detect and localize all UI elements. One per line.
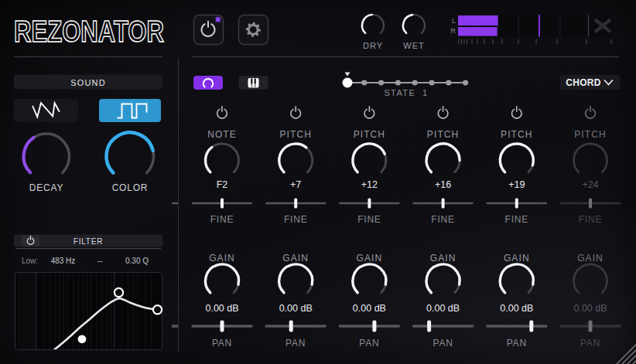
svg-text:PAN: PAN bbox=[433, 338, 453, 349]
svg-text:PAN: PAN bbox=[286, 338, 306, 349]
svg-text:+16: +16 bbox=[435, 179, 451, 190]
svg-text:+12: +12 bbox=[361, 179, 378, 190]
svg-text:0.00 dB: 0.00 dB bbox=[205, 303, 238, 314]
svg-text:GAIN: GAIN bbox=[282, 253, 309, 264]
svg-text:FINE: FINE bbox=[505, 214, 529, 225]
svg-text:PAN: PAN bbox=[507, 338, 527, 349]
svg-text:F2: F2 bbox=[217, 179, 228, 190]
svg-text:GAIN: GAIN bbox=[504, 253, 530, 264]
svg-text:0.00 dB: 0.00 dB bbox=[573, 303, 607, 314]
svg-text:L: L bbox=[452, 17, 456, 25]
svg-text:PITCH: PITCH bbox=[427, 129, 460, 140]
svg-text:FILTER: FILTER bbox=[74, 237, 104, 246]
svg-text:0.00 dB: 0.00 dB bbox=[426, 303, 460, 314]
svg-text:PITCH: PITCH bbox=[354, 129, 386, 140]
svg-text:PAN: PAN bbox=[359, 338, 379, 349]
svg-text:0.30 Q: 0.30 Q bbox=[125, 257, 149, 265]
svg-text:483 Hz: 483 Hz bbox=[51, 257, 76, 265]
svg-text:PITCH: PITCH bbox=[574, 129, 607, 140]
svg-text:NOTE: NOTE bbox=[207, 129, 237, 140]
svg-text:PAN: PAN bbox=[580, 338, 600, 349]
svg-text:Low:: Low: bbox=[22, 257, 38, 265]
svg-text:GAIN: GAIN bbox=[357, 253, 383, 264]
svg-text:+24: +24 bbox=[582, 179, 598, 190]
svg-text:0.00 dB: 0.00 dB bbox=[353, 303, 386, 314]
svg-text:FINE: FINE bbox=[431, 214, 455, 225]
svg-text:0.00 dB: 0.00 dB bbox=[279, 303, 313, 314]
svg-text:PAN: PAN bbox=[212, 338, 232, 349]
svg-text:WET: WET bbox=[403, 41, 424, 50]
svg-text:FINE: FINE bbox=[210, 214, 234, 225]
svg-text:DRY: DRY bbox=[363, 41, 383, 50]
svg-text:--: -- bbox=[97, 257, 103, 265]
svg-text:GAIN: GAIN bbox=[577, 253, 604, 264]
svg-text:STATE 1: STATE 1 bbox=[384, 88, 428, 97]
svg-text:0.00 dB: 0.00 dB bbox=[500, 303, 533, 314]
svg-text:+7: +7 bbox=[290, 179, 301, 190]
svg-text:SOUND: SOUND bbox=[70, 78, 106, 87]
svg-text:GAIN: GAIN bbox=[430, 253, 456, 264]
svg-text:DECAY: DECAY bbox=[29, 182, 63, 193]
svg-text:+19: +19 bbox=[508, 179, 525, 190]
svg-text:FINE: FINE bbox=[357, 214, 381, 225]
svg-text:FINE: FINE bbox=[579, 214, 603, 225]
svg-text:COLOR: COLOR bbox=[112, 182, 149, 193]
svg-text:PITCH: PITCH bbox=[501, 129, 533, 140]
svg-text:FINE: FINE bbox=[284, 214, 308, 225]
svg-text:PITCH: PITCH bbox=[279, 129, 312, 140]
svg-text:CHORD: CHORD bbox=[566, 77, 601, 88]
svg-text:R: R bbox=[451, 27, 456, 35]
svg-text:GAIN: GAIN bbox=[209, 253, 235, 264]
